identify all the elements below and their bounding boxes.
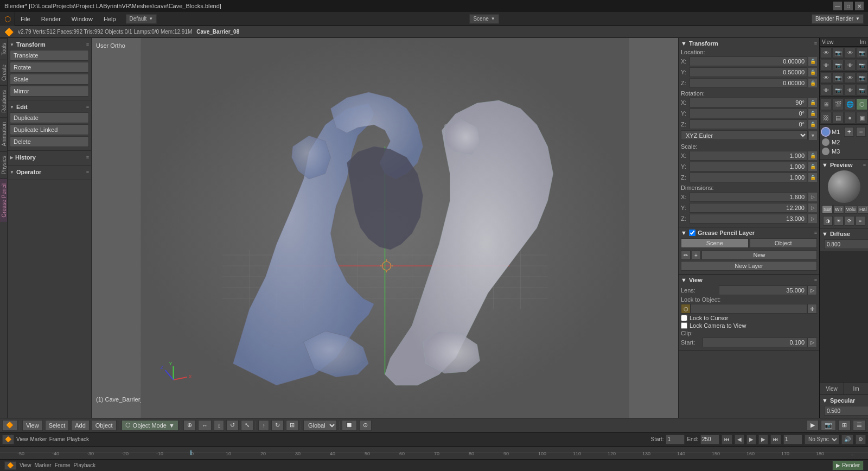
timeline-jump-end-button[interactable]: ⏭ [770, 435, 781, 444]
far-right-view-tab[interactable]: View [820, 383, 844, 394]
toolbar-game-btn-3[interactable]: ⊞ [838, 420, 851, 431]
rot-z-input[interactable] [690, 119, 807, 129]
loc-x-lock-button[interactable]: 🔒 [808, 57, 817, 66]
scale-z-input[interactable] [690, 173, 807, 182]
transform-section-header[interactable]: ▼ Transform ≡ [10, 40, 89, 50]
toolbar-select-button[interactable]: Select [45, 420, 69, 431]
tab-physics[interactable]: Physics [0, 151, 7, 179]
specular-intensity-input[interactable] [824, 406, 868, 416]
gp-new-button[interactable]: New [701, 250, 817, 260]
minimize-button[interactable]: — [833, 2, 842, 10]
tab-relations[interactable]: Relations [0, 85, 7, 117]
toolbar-transform-2[interactable]: ↕ [214, 420, 225, 431]
toolbar-game-btn-1[interactable]: ▶ [807, 420, 819, 431]
loc-y-input[interactable] [690, 67, 807, 77]
props-icon-16[interactable]: 📷 [856, 85, 867, 96]
rot-y-input[interactable] [690, 109, 807, 118]
mirror-button[interactable]: Mirror [10, 86, 89, 97]
toolbar-scale-button[interactable]: ⤡ [241, 420, 253, 431]
toolbar-game-btn-4[interactable]: ☰ [853, 420, 866, 431]
scale-x-input[interactable] [690, 151, 807, 161]
timeline-prev-frame-button[interactable]: ◀ [735, 435, 744, 444]
toolbar-pivot-button[interactable]: ⊕ [183, 420, 196, 431]
props-icon-9[interactable]: 👁 [820, 72, 832, 83]
toolbar-manipulator-1[interactable]: ↑ [258, 420, 269, 431]
status-blender-icon[interactable]: 🔶 [4, 461, 16, 470]
gp-tab-object[interactable]: Object [750, 238, 818, 248]
preview-btn-2[interactable]: ☀ [834, 216, 844, 226]
gp-checkbox[interactable] [689, 230, 695, 236]
viewport-3d[interactable]: User Ortho (1) Cave_Barrier_08 [92, 38, 678, 418]
tab-grease-pencil[interactable]: Grease Pencil [0, 179, 7, 222]
lens-input[interactable] [719, 285, 807, 295]
menu-help[interactable]: Help [98, 12, 122, 26]
dim-z-input[interactable] [690, 214, 807, 224]
toolbar-game-btn-2[interactable]: 📷 [821, 420, 836, 431]
status-render-button[interactable]: ▶ Render [832, 461, 864, 470]
props-icon-11[interactable]: 👁 [844, 72, 856, 83]
rotate-button[interactable]: Rotate [10, 62, 89, 73]
render-props-button[interactable]: 🖥 [820, 98, 832, 110]
timeline-blender-icon[interactable]: 🔶 [2, 435, 14, 444]
timeline-jump-start-button[interactable]: ⏮ [722, 435, 732, 444]
timeline-start-input[interactable] [666, 435, 685, 444]
toolbar-manipulator-2[interactable]: ↻ [271, 420, 284, 431]
material-props-button[interactable]: ● [844, 112, 856, 124]
preview-btn-1[interactable]: ◑ [823, 216, 833, 226]
menu-file[interactable]: File [15, 12, 36, 26]
tab-create[interactable]: Create [0, 60, 7, 85]
gp-tab-scene[interactable]: Scene [681, 238, 749, 248]
toolbar-manipulator-3[interactable]: ⊞ [286, 420, 298, 431]
surface-tab-volu[interactable]: Volu [845, 205, 858, 214]
toolbar-snap-button[interactable]: 🔲 [342, 420, 357, 431]
history-section-header[interactable]: ▶ History ≡ [10, 153, 89, 163]
scene-selector[interactable]: Scene ▼ [469, 14, 499, 24]
rot-x-lock-button[interactable]: 🔒 [808, 98, 817, 107]
texture-props-button[interactable]: ▣ [856, 112, 867, 124]
toolbar-proportional-button[interactable]: ⊙ [359, 420, 372, 431]
timeline-sync-select[interactable]: No Sync [805, 435, 839, 444]
close-button[interactable]: ✕ [855, 2, 864, 10]
timeline-keying-button[interactable]: ⚙ [856, 435, 866, 444]
duplicate-linked-button[interactable]: Duplicate Linked [10, 124, 89, 135]
menu-render[interactable]: Render [36, 12, 66, 26]
engine-selector[interactable]: Blender Render ▼ [812, 14, 864, 24]
timeline-next-frame-button[interactable]: ▶ [758, 435, 768, 444]
loc-x-input[interactable] [690, 56, 807, 66]
preview-btn-4[interactable]: ≡ [856, 216, 865, 226]
tab-animation[interactable]: Animation [0, 117, 7, 150]
scale-button[interactable]: Scale [10, 74, 89, 85]
operator-section-header[interactable]: ▼ Operator ≡ [10, 168, 89, 177]
toolbar-blender-icon[interactable]: 🔶 [2, 420, 17, 431]
rot-x-input[interactable] [690, 98, 807, 107]
dim-x-input[interactable] [690, 192, 807, 202]
rotation-mode-select[interactable]: XYZ Euler [681, 130, 808, 140]
world-props-button[interactable]: 🌐 [844, 98, 856, 110]
gp-add-button[interactable]: + [692, 250, 700, 260]
toolbar-transform-1[interactable]: ↔ [198, 420, 212, 431]
scene-props-button[interactable]: 🎬 [832, 98, 844, 110]
workspace-selector[interactable]: Default ▼ [126, 14, 157, 24]
toolbar-rotate-button[interactable]: ↺ [226, 420, 239, 431]
timeline-play-button[interactable]: ▶ [746, 435, 756, 444]
gp-new-layer-button[interactable]: New Layer [681, 261, 817, 271]
surface-tab-sur[interactable]: Sur [822, 205, 833, 214]
duplicate-button[interactable]: Duplicate [10, 112, 89, 123]
edit-section-header[interactable]: ▼ Edit ≡ [10, 103, 89, 112]
timeline-audio-button[interactable]: 🔊 [841, 435, 853, 444]
far-right-im-tab[interactable]: Im [844, 383, 868, 394]
props-icon-15[interactable]: 👁 [844, 85, 856, 96]
object-mode-selector[interactable]: ⬡ Object Mode ▼ [122, 420, 178, 431]
tab-tools[interactable]: Tools [0, 38, 7, 60]
props-icon-13[interactable]: 👁 [820, 85, 832, 96]
gp-pencil-button[interactable]: ✏ [681, 250, 691, 260]
props-icon-3[interactable]: 👁 [844, 47, 856, 58]
lock-camera-to-view-checkbox[interactable] [681, 322, 687, 329]
lens-arrow-button[interactable]: ▷ [807, 285, 817, 295]
props-icon-5[interactable]: 👁 [820, 60, 832, 71]
toolbar-object-button[interactable]: Object [92, 420, 117, 431]
scale-z-lock-button[interactable]: 🔒 [808, 173, 817, 182]
maximize-button[interactable]: □ [844, 2, 853, 10]
dim-y-input[interactable] [690, 203, 807, 213]
dim-z-lock-button[interactable]: ▷ [808, 214, 817, 223]
